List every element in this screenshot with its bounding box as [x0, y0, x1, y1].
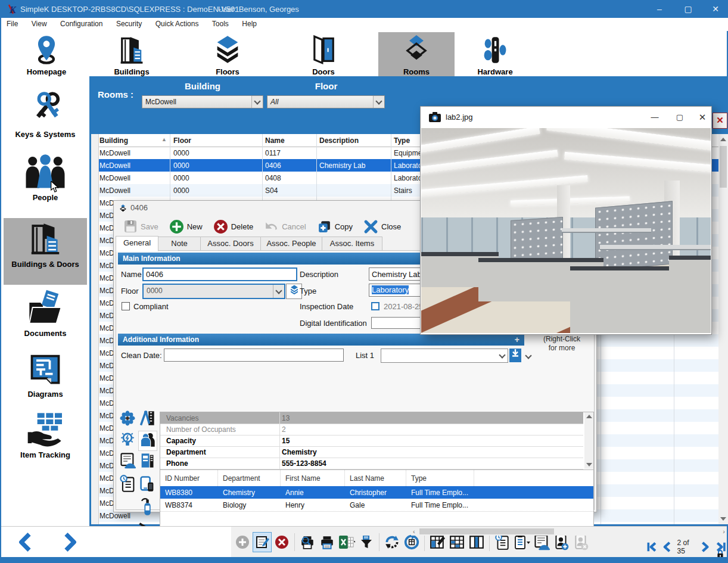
floor-filter-select[interactable]: All — [267, 95, 385, 108]
menu-file[interactable]: File — [7, 20, 18, 28]
chevron-down-icon — [373, 96, 384, 108]
logged-user: User: Benson, Georges — [218, 5, 299, 14]
clean-date-input[interactable] — [164, 349, 344, 362]
menu-security[interactable]: Security — [116, 20, 142, 28]
tab-note[interactable]: Note — [158, 237, 201, 251]
people-row[interactable]: WB8374 Biology Henry Gale Full Time Empl… — [160, 499, 593, 512]
fire-extinguisher-icon[interactable] — [138, 497, 156, 517]
scroll-down-icon[interactable] — [720, 517, 726, 521]
delete-button[interactable]: Delete — [210, 218, 257, 235]
new-button[interactable]: New — [166, 218, 206, 235]
next-record-icon[interactable] — [60, 531, 80, 553]
lighting-icon[interactable] — [119, 431, 136, 450]
horizontal-scrollbar[interactable]: ‹ › — [411, 527, 727, 536]
hvac-icon[interactable] — [119, 410, 136, 430]
measurement-icon[interactable] — [138, 409, 156, 428]
menu-view[interactable]: View — [32, 20, 47, 28]
history-log-icon[interactable] — [119, 475, 136, 494]
col-type[interactable]: Type — [394, 136, 410, 145]
scroll-right-icon[interactable]: › — [723, 528, 725, 535]
chevron-down-icon — [497, 349, 508, 362]
scroll-up-icon[interactable] — [720, 138, 726, 141]
sort-asc-icon: ▲ — [161, 136, 167, 142]
col-last-name: Last Name — [350, 474, 384, 483]
print-button[interactable] — [318, 533, 336, 552]
nav-doors[interactable]: Doors — [285, 32, 362, 77]
menu-quick-actions[interactable]: Quick Actions — [155, 20, 199, 28]
cell-name: S04 — [265, 186, 316, 195]
property-row[interactable]: Phone555-123-8854 — [160, 458, 583, 469]
building-filter-select[interactable]: McDowell — [142, 95, 263, 108]
sidebar-item-item-tracking[interactable]: Item Tracking — [4, 410, 87, 469]
nav-homepage[interactable]: Homepage — [8, 32, 85, 77]
tab-assoc-doors[interactable]: Assoc. Doors — [200, 237, 261, 251]
camera-icon — [429, 112, 441, 123]
floor-select[interactable]: 0000 — [142, 284, 285, 299]
tab-assoc-people[interactable]: Assoc. People — [260, 237, 322, 251]
close-button[interactable]: ✕ — [693, 110, 711, 125]
cancel-button[interactable]: Cancel — [260, 218, 309, 235]
excel-export-button[interactable] — [338, 533, 356, 552]
col-description[interactable]: Description — [319, 136, 359, 145]
digital-id-label: Digital Identification — [300, 319, 367, 328]
property-row[interactable]: Capacity15 — [160, 435, 583, 447]
expand-section-icon[interactable]: + — [515, 334, 519, 346]
minimize-button[interactable]: – — [651, 2, 668, 15]
name-label: Name — [121, 270, 142, 279]
list1-select[interactable] — [381, 349, 508, 363]
rooms-table-scrollbar[interactable] — [718, 134, 728, 524]
people-row[interactable]: WB8380 Chemistry Annie Christopher Full … — [160, 486, 593, 499]
delete-button[interactable] — [273, 533, 291, 552]
col-floor[interactable]: Floor — [173, 136, 191, 145]
menu-help[interactable]: Help — [242, 20, 257, 28]
description-label: Description — [300, 270, 338, 279]
col-building[interactable]: Building — [99, 136, 128, 145]
sidebar-item-documents[interactable]: Documents — [4, 288, 87, 348]
prev-page-icon[interactable] — [661, 540, 673, 554]
copy-button[interactable]: Copy — [313, 218, 356, 235]
close-dialog-button[interactable]: Close — [360, 218, 405, 235]
first-page-icon[interactable] — [646, 540, 658, 554]
properties-scrollbar[interactable] — [584, 412, 593, 469]
devices-icon[interactable] — [138, 475, 156, 494]
inspection-date-checkbox[interactable] — [371, 302, 379, 310]
menu-configuration[interactable]: Configuration — [60, 20, 102, 28]
minimize-button[interactable]: — — [646, 110, 664, 125]
close-button[interactable]: ✕ — [707, 2, 724, 15]
refresh-button[interactable] — [383, 533, 401, 552]
sidebar-item-diagrams[interactable]: Diagrams — [4, 352, 87, 409]
nav-rooms[interactable]: Rooms — [378, 32, 455, 77]
sidebar-item-people[interactable]: People — [4, 153, 87, 212]
property-row[interactable]: Vacancies13 — [160, 412, 583, 424]
next-page-icon[interactable] — [699, 540, 711, 554]
scroll-left-icon[interactable]: ‹ — [413, 528, 415, 535]
filter-button[interactable] — [357, 533, 375, 552]
name-input[interactable] — [142, 267, 297, 281]
maximize-button[interactable]: ▢ — [671, 110, 689, 125]
panel-close-button[interactable]: ✕ — [713, 113, 727, 129]
equipment-cabinet-icon[interactable] — [138, 452, 156, 471]
property-row[interactable]: Number of Occupants2 — [160, 424, 583, 436]
sidebar-item-keys-systems[interactable]: Keys & Systems — [4, 88, 87, 148]
construction-report-icon[interactable] — [119, 452, 136, 471]
sidebar-item-buildings-doors[interactable]: Buildings & Doors — [4, 218, 87, 285]
menu-tools[interactable]: Tools — [212, 20, 229, 28]
nav-floors[interactable]: Floors — [189, 32, 266, 77]
compliant-checkbox[interactable] — [122, 302, 130, 310]
list1-download-button[interactable] — [509, 349, 521, 362]
maximize-button[interactable]: ▢ — [679, 2, 697, 15]
save-button[interactable]: Save — [120, 218, 162, 235]
print-preview-button[interactable] — [298, 533, 316, 552]
nav-buildings[interactable]: Buildings — [94, 32, 170, 77]
occupants-icon[interactable] — [138, 431, 157, 451]
prev-record-icon[interactable] — [15, 531, 36, 553]
property-row[interactable]: DepartmentChemistry — [160, 446, 583, 458]
tab-general[interactable]: General — [116, 236, 158, 251]
col-name[interactable]: Name — [265, 136, 285, 145]
collapse-row-icon[interactable] — [525, 352, 531, 359]
add-button[interactable] — [234, 533, 251, 552]
edit-button[interactable] — [253, 533, 271, 552]
tab-assoc-items[interactable]: Assoc. Items — [322, 237, 382, 251]
floors-icon — [289, 284, 300, 295]
nav-hardware[interactable]: Hardware — [457, 32, 533, 77]
